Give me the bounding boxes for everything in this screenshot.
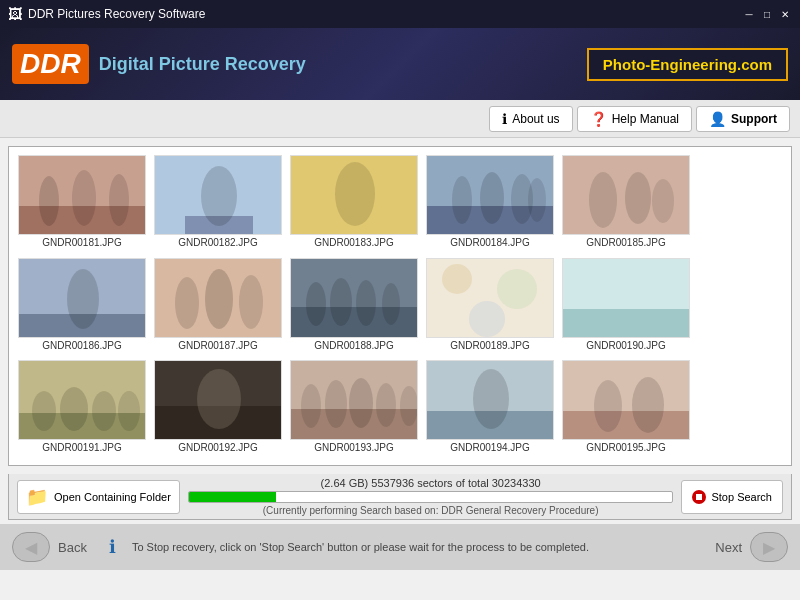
progress-bar-fill <box>189 492 276 502</box>
minimize-button[interactable]: ─ <box>742 7 756 21</box>
image-thumbnail <box>290 360 418 440</box>
progress-area: (2.64 GB) 5537936 sectors of total 30234… <box>188 477 674 516</box>
support-icon: 👤 <box>709 111 726 127</box>
window-title: DDR Pictures Recovery Software <box>28 7 738 21</box>
close-button[interactable]: ✕ <box>778 7 792 21</box>
image-thumbnail <box>562 360 690 440</box>
progress-text: (2.64 GB) 5537936 sectors of total 30234… <box>188 477 674 489</box>
image-filename: GNDR00186.JPG <box>42 340 121 351</box>
svg-point-36 <box>469 301 505 337</box>
image-filename: GNDR00191.JPG <box>42 442 121 453</box>
svg-point-31 <box>356 280 376 326</box>
list-item[interactable]: GNDR00186.JPG <box>17 258 147 355</box>
nav-bar: ℹ About us ❓ Help Manual 👤 Support <box>0 100 800 138</box>
svg-point-35 <box>497 269 537 309</box>
svg-point-53 <box>376 383 396 427</box>
image-thumbnail <box>18 258 146 338</box>
svg-point-47 <box>197 369 241 429</box>
image-thumbnail <box>154 155 282 235</box>
logo-area: DDR Digital Picture Recovery <box>12 44 587 84</box>
list-item[interactable]: GNDR00182.JPG <box>153 155 283 252</box>
image-grid: GNDR00181.JPGGNDR00182.JPGGNDR00183.JPGG… <box>9 147 791 465</box>
svg-point-12 <box>452 176 472 224</box>
next-button[interactable]: ▶ <box>750 532 788 562</box>
image-thumbnail <box>426 360 554 440</box>
help-icon: ❓ <box>590 111 607 127</box>
image-filename: GNDR00195.JPG <box>586 442 665 453</box>
list-item[interactable]: GNDR00187.JPG <box>153 258 283 355</box>
list-item[interactable]: GNDR00191.JPG <box>17 360 147 457</box>
image-filename: GNDR00188.JPG <box>314 340 393 351</box>
image-thumbnail <box>562 258 690 338</box>
svg-point-4 <box>109 174 129 226</box>
image-thumbnail <box>562 155 690 235</box>
svg-point-18 <box>625 172 651 224</box>
svg-point-9 <box>335 162 375 226</box>
svg-point-3 <box>72 170 96 226</box>
list-item[interactable]: GNDR00189.JPG <box>425 258 555 355</box>
svg-point-54 <box>400 386 418 426</box>
back-button[interactable]: ◀ <box>12 532 50 562</box>
back-label: Back <box>58 540 87 555</box>
image-filename: GNDR00182.JPG <box>178 237 257 248</box>
title-bar: 🖼 DDR Pictures Recovery Software ─ □ ✕ <box>0 0 800 28</box>
list-item[interactable]: GNDR00190.JPG <box>561 258 691 355</box>
list-item[interactable]: GNDR00184.JPG <box>425 155 555 252</box>
svg-point-17 <box>589 172 617 228</box>
image-thumbnail <box>426 258 554 338</box>
svg-point-24 <box>175 277 199 329</box>
image-thumbnail <box>290 155 418 235</box>
image-thumbnail <box>426 155 554 235</box>
support-label: Support <box>731 112 777 126</box>
svg-point-42 <box>60 387 88 431</box>
progress-status: (Currently performing Search based on: D… <box>188 505 674 516</box>
image-thumbnail <box>18 360 146 440</box>
maximize-button[interactable]: □ <box>760 7 774 21</box>
svg-point-43 <box>92 391 116 431</box>
bottom-message: To Stop recovery, click on 'Stop Search'… <box>132 541 701 553</box>
svg-point-29 <box>306 282 326 326</box>
stop-icon <box>692 490 706 504</box>
image-thumbnail <box>18 155 146 235</box>
image-thumbnail <box>154 258 282 338</box>
stop-search-label: Stop Search <box>711 491 772 503</box>
help-manual-button[interactable]: ❓ Help Manual <box>577 106 692 132</box>
image-filename: GNDR00184.JPG <box>450 237 529 248</box>
image-filename: GNDR00194.JPG <box>450 442 529 453</box>
support-button[interactable]: 👤 Support <box>696 106 790 132</box>
open-folder-label: Open Containing Folder <box>54 491 171 503</box>
svg-point-41 <box>32 391 56 431</box>
svg-point-15 <box>528 178 546 222</box>
svg-point-61 <box>632 377 664 433</box>
about-us-label: About us <box>512 112 559 126</box>
ddr-logo: DDR <box>12 44 89 84</box>
list-item[interactable]: GNDR00185.JPG <box>561 155 691 252</box>
stop-icon-inner <box>696 494 702 500</box>
stop-search-button[interactable]: Stop Search <box>681 480 783 514</box>
svg-point-2 <box>39 176 59 226</box>
svg-point-57 <box>473 369 509 429</box>
progress-bar <box>188 491 674 503</box>
list-item[interactable]: GNDR00192.JPG <box>153 360 283 457</box>
open-containing-folder-button[interactable]: 📁 Open Containing Folder <box>17 480 180 514</box>
about-us-button[interactable]: ℹ About us <box>489 106 572 132</box>
list-item[interactable]: GNDR00183.JPG <box>289 155 419 252</box>
list-item[interactable]: GNDR00188.JPG <box>289 258 419 355</box>
app-title: Digital Picture Recovery <box>99 54 306 75</box>
app-header: DDR Digital Picture Recovery Photo-Engin… <box>0 28 800 100</box>
svg-point-50 <box>301 384 321 428</box>
svg-point-34 <box>442 264 472 294</box>
list-item[interactable]: GNDR00194.JPG <box>425 360 555 457</box>
image-thumbnail <box>290 258 418 338</box>
brand-box: Photo-Engineering.com <box>587 48 788 81</box>
status-bar: 📁 Open Containing Folder (2.64 GB) 55379… <box>8 474 792 520</box>
svg-rect-38 <box>563 309 690 338</box>
list-item[interactable]: GNDR00195.JPG <box>561 360 691 457</box>
image-gallery: GNDR00181.JPGGNDR00182.JPGGNDR00183.JPGG… <box>8 146 792 466</box>
image-thumbnail <box>154 360 282 440</box>
image-filename: GNDR00185.JPG <box>586 237 665 248</box>
list-item[interactable]: GNDR00181.JPG <box>17 155 147 252</box>
next-label: Next <box>715 540 742 555</box>
list-item[interactable]: GNDR00193.JPG <box>289 360 419 457</box>
info-icon-bottom: ℹ <box>109 536 116 558</box>
